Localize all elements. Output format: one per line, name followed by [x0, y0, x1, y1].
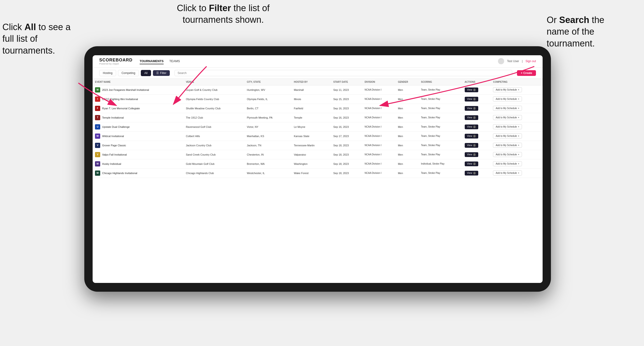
separator: | [522, 59, 523, 63]
city-state-cell-0: Huntington, WV [244, 85, 292, 94]
view-button-1[interactable]: View i [465, 97, 478, 102]
city-state-cell-2: Berlin, CT [244, 104, 292, 113]
event-name-text-3: Temple Invitational [102, 116, 124, 119]
create-button[interactable]: + Create [517, 70, 536, 76]
table-row: W Wildcat Invitational Colbert Hills Man… [92, 131, 542, 141]
info-icon-3: i [473, 116, 476, 119]
event-name-text-6: Grover Page Classic [102, 144, 126, 147]
gender-cell-7: Men [396, 150, 419, 159]
event-name-text-0: 2023 Joe Feaganes Marshall Invitational [102, 88, 149, 91]
actions-cell-4: View i [462, 122, 491, 131]
division-cell-3: NCAA Division I [362, 113, 396, 122]
view-button-4[interactable]: View i [465, 125, 478, 129]
competing-tab[interactable]: Competing [118, 70, 139, 76]
filter-button[interactable]: ☰ Filter [153, 70, 170, 76]
event-name-cell-8: W Husky Individual [92, 159, 184, 168]
start-date-cell-1: Sep 15, 2023 [331, 94, 362, 104]
start-date-cell-9: Sep 18, 2023 [331, 168, 362, 178]
competing-cell-5: Add to My Schedule + [490, 131, 542, 141]
hosted-by-cell-7: Valparaiso [291, 150, 331, 159]
scoring-cell-8: Individual, Stroke Play [419, 159, 462, 168]
venue-cell-2: Shuttle Meadow Country Club [184, 104, 244, 113]
start-date-cell-5: Sep 17, 2023 [331, 131, 362, 141]
table-row: I OFCC Fighting Illini Invitational Olym… [92, 94, 542, 104]
competing-cell-0: Add to My Schedule + [490, 85, 542, 94]
scoring-cell-7: Team, Stroke Play [419, 150, 462, 159]
nav-tab-tournaments[interactable]: TOURNAMENTS [140, 58, 164, 64]
plus-icon-2: + [518, 107, 519, 110]
tablet-frame: SCOREBOARD Powered by clippd TOURNAMENTS… [84, 46, 551, 292]
view-button-9[interactable]: View i [465, 171, 478, 175]
actions-cell-1: View i [462, 94, 491, 104]
view-button-7[interactable]: View i [465, 152, 478, 157]
col-start-date: START DATE [331, 79, 362, 85]
search-input[interactable] [174, 70, 512, 76]
team-logo-9: W [95, 171, 100, 176]
hosted-by-cell-9: Wake Forest [291, 168, 331, 178]
competing-cell-4: Add to My Schedule + [490, 122, 542, 131]
event-name-text-2: Ryan T. Lee Memorial Collegiate [102, 107, 140, 110]
add-schedule-button-1[interactable]: Add to My Schedule + [493, 97, 522, 102]
scoring-cell-1: Team, Stroke Play [419, 94, 462, 104]
start-date-cell-4: Sep 16, 2023 [331, 122, 362, 131]
view-button-0[interactable]: View i [465, 88, 478, 92]
hosting-tab[interactable]: Hosting [99, 70, 116, 76]
add-schedule-button-3[interactable]: Add to My Schedule + [493, 115, 522, 120]
view-button-6[interactable]: View i [465, 143, 478, 148]
team-logo-0: M [95, 87, 100, 92]
view-button-3[interactable]: View i [465, 115, 478, 120]
start-date-cell-0: Sep 11, 2023 [331, 85, 362, 94]
gender-cell-1: Men [396, 94, 419, 104]
event-name-text-4: Upstate Dual Challenge [102, 126, 130, 128]
hosted-by-cell-5: Kansas State [291, 131, 331, 141]
add-schedule-button-7[interactable]: Add to My Schedule + [493, 152, 522, 157]
col-competing: COMPETING [490, 79, 542, 85]
add-schedule-button-5[interactable]: Add to My Schedule + [493, 134, 522, 139]
info-icon-8: i [473, 163, 476, 165]
sign-out-link[interactable]: Sign out [526, 59, 536, 63]
division-cell-0: NCAA Division I [362, 85, 396, 94]
city-state-cell-9: Westchester, IL [244, 168, 292, 178]
add-schedule-button-9[interactable]: Add to My Schedule + [493, 171, 522, 175]
venue-cell-5: Colbert Hills [184, 131, 244, 141]
division-cell-9: NCAA Division I [362, 168, 396, 178]
scoring-cell-3: Team, Stroke Play [419, 113, 462, 122]
gender-cell-3: Men [396, 113, 419, 122]
table-row: T Temple Invitational The 1912 Club Plym… [92, 113, 542, 122]
start-date-cell-6: Sep 18, 2023 [331, 141, 362, 150]
gender-cell-0: Men [396, 85, 419, 94]
view-button-5[interactable]: View i [465, 134, 478, 139]
add-schedule-button-8[interactable]: Add to My Schedule + [493, 161, 522, 166]
view-button-8[interactable]: View i [465, 162, 478, 166]
logo-area: SCOREBOARD Powered by clippd [99, 58, 132, 65]
event-name-cell-0: M 2023 Joe Feaganes Marshall Invitationa… [92, 85, 184, 94]
add-schedule-button-6[interactable]: Add to My Schedule + [493, 143, 522, 148]
division-cell-7: NCAA Division I [362, 150, 396, 159]
nav-tab-teams[interactable]: TEAMS [169, 58, 180, 64]
add-schedule-button-2[interactable]: Add to My Schedule + [493, 106, 522, 111]
all-tab[interactable]: All [141, 70, 151, 76]
division-cell-8: NCAA Division I [362, 159, 396, 168]
table-row: U Upstate Dual Challenge Ravenwood Golf … [92, 122, 542, 131]
start-date-cell-8: Sep 18, 2023 [331, 159, 362, 168]
table-row: V Grover Page Classic Jackson Country Cl… [92, 141, 542, 150]
add-schedule-button-4[interactable]: Add to My Schedule + [493, 124, 522, 129]
view-button-2[interactable]: View i [465, 106, 478, 111]
logo-title: SCOREBOARD [99, 58, 132, 63]
annotation-top-left: Click All to see a full list of tourname… [2, 21, 78, 56]
actions-cell-0: View i [462, 85, 491, 94]
hosted-by-cell-8: Washington [291, 159, 331, 168]
division-cell-6: NCAA Division I [362, 141, 396, 150]
event-name-cell-4: U Upstate Dual Challenge [92, 122, 184, 131]
competing-cell-7: Add to My Schedule + [490, 150, 542, 159]
info-icon-2: i [473, 107, 476, 110]
venue-cell-6: Jackson Country Club [184, 141, 244, 150]
plus-icon-0: + [518, 88, 519, 91]
add-schedule-button-0[interactable]: Add to My Schedule + [493, 87, 522, 92]
team-logo-8: W [95, 161, 100, 167]
scoring-cell-2: Team, Stroke Play [419, 104, 462, 113]
start-date-cell-3: Sep 16, 2023 [331, 113, 362, 122]
venue-cell-7: Sand Creek Country Club [184, 150, 244, 159]
hosted-by-cell-2: Fairfield [291, 104, 331, 113]
event-name-text-5: Wildcat Invitational [102, 135, 124, 138]
